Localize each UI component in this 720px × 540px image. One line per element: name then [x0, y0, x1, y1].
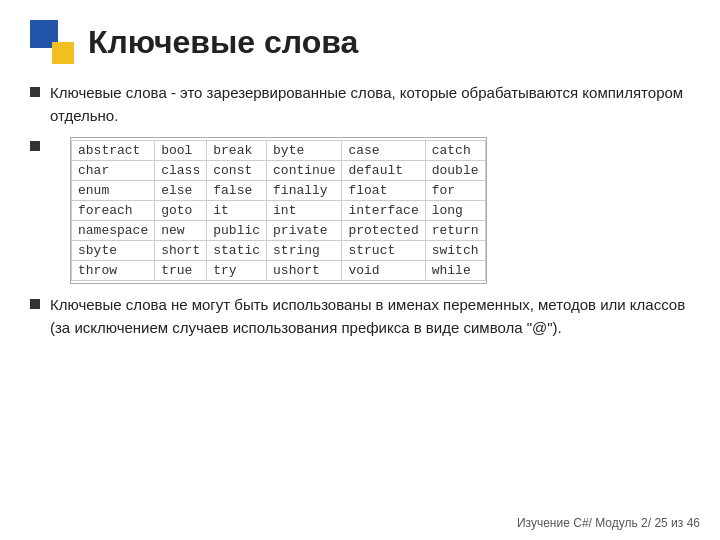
keyword-cell: case: [342, 141, 425, 161]
keyword-cell: const: [207, 161, 267, 181]
keyword-cell: foreach: [72, 201, 155, 221]
keyword-cell: char: [72, 161, 155, 181]
bullet-icon-2: [30, 141, 40, 151]
table-row: sbyteshortstaticstringstructswitch: [72, 241, 486, 261]
bullet-item-table: abstractboolbreakbytecasecatchcharclassc…: [30, 137, 690, 284]
bullet-item-1: Ключевые слова - это зарезервированные с…: [30, 82, 690, 127]
bullet-icon-3: [30, 299, 40, 309]
keyword-cell: int: [267, 201, 342, 221]
keyword-cell: it: [207, 201, 267, 221]
table-row: foreachgotoitintinterfacelong: [72, 201, 486, 221]
keyword-cell: else: [155, 181, 207, 201]
keyword-cell: sbyte: [72, 241, 155, 261]
keyword-cell: try: [207, 261, 267, 281]
keyword-cell: long: [425, 201, 485, 221]
bullet-item-3: Ключевые слова не могут быть использован…: [30, 294, 690, 339]
keyword-cell: class: [155, 161, 207, 181]
keyword-cell: catch: [425, 141, 485, 161]
keyword-cell: public: [207, 221, 267, 241]
keyword-cell: bool: [155, 141, 207, 161]
keyword-cell: goto: [155, 201, 207, 221]
keyword-cell: new: [155, 221, 207, 241]
bullet-text-1: Ключевые слова - это зарезервированные с…: [50, 82, 690, 127]
keyword-cell: enum: [72, 181, 155, 201]
bullet-icon-1: [30, 87, 40, 97]
table-row: enumelsefalsefinallyfloatfor: [72, 181, 486, 201]
keyword-cell: throw: [72, 261, 155, 281]
keywords-table-wrapper: abstractboolbreakbytecasecatchcharclassc…: [70, 137, 487, 284]
keyword-cell: float: [342, 181, 425, 201]
logo-icon: [30, 20, 74, 64]
keyword-cell: break: [207, 141, 267, 161]
keyword-cell: short: [155, 241, 207, 261]
bullet-text-3: Ключевые слова не могут быть использован…: [50, 294, 690, 339]
table-row: charclassconstcontinuedefaultdouble: [72, 161, 486, 181]
keyword-cell: void: [342, 261, 425, 281]
footer: Изучение C#/ Модуль 2/ 25 из 46: [517, 516, 700, 530]
keyword-cell: double: [425, 161, 485, 181]
slide: Ключевые слова Ключевые слова - это заре…: [0, 0, 720, 540]
keyword-cell: return: [425, 221, 485, 241]
page-title: Ключевые слова: [88, 24, 358, 61]
table-row: abstractboolbreakbytecasecatch: [72, 141, 486, 161]
keyword-cell: abstract: [72, 141, 155, 161]
content-area: Ключевые слова - это зарезервированные с…: [30, 82, 690, 339]
keyword-cell: namespace: [72, 221, 155, 241]
keyword-cell: default: [342, 161, 425, 181]
keyword-cell: for: [425, 181, 485, 201]
table-row: namespacenewpublicprivateprotectedreturn: [72, 221, 486, 241]
keyword-cell: false: [207, 181, 267, 201]
keyword-cell: true: [155, 261, 207, 281]
table-row: throwtruetryushortvoidwhile: [72, 261, 486, 281]
keywords-table: abstractboolbreakbytecasecatchcharclassc…: [71, 140, 486, 281]
keyword-cell: continue: [267, 161, 342, 181]
keyword-cell: while: [425, 261, 485, 281]
keyword-cell: protected: [342, 221, 425, 241]
keyword-cell: struct: [342, 241, 425, 261]
keyword-cell: string: [267, 241, 342, 261]
keyword-cell: ushort: [267, 261, 342, 281]
keyword-cell: finally: [267, 181, 342, 201]
keyword-cell: private: [267, 221, 342, 241]
keyword-cell: interface: [342, 201, 425, 221]
keyword-cell: byte: [267, 141, 342, 161]
header: Ключевые слова: [30, 20, 690, 64]
keyword-cell: switch: [425, 241, 485, 261]
keyword-cell: static: [207, 241, 267, 261]
